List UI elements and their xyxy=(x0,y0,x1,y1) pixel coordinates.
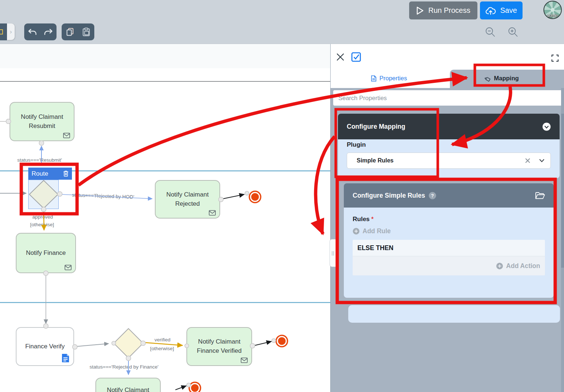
edge-label: [otherwise] xyxy=(30,222,54,227)
add-action-button[interactable]: Add Action xyxy=(496,262,540,270)
rules-table: ELSE THEN Add Action xyxy=(353,240,545,275)
node-label: Notify Claimant Resubmit xyxy=(14,113,70,131)
required-asterisk: * xyxy=(371,216,374,222)
copy-icon[interactable] xyxy=(66,28,74,36)
grip-icon: || xyxy=(331,250,334,256)
edge-label: status==='Rejected by HOD' xyxy=(72,192,134,200)
close-icon[interactable] xyxy=(336,53,345,61)
end-event[interactable] xyxy=(250,191,261,203)
task-node-notify-claimant-resubmit[interactable]: Notify Claimant Resubmit xyxy=(10,102,74,141)
else-then-row[interactable]: ELSE THEN xyxy=(353,240,545,256)
folder-open-icon[interactable] xyxy=(535,192,545,199)
zoom-out-icon[interactable] xyxy=(484,26,496,38)
undo-icon[interactable] xyxy=(28,28,37,36)
node-label: Notify Claimant xyxy=(107,386,149,392)
mail-icon xyxy=(209,210,216,216)
clear-icon[interactable] xyxy=(525,158,530,163)
task-node-finance-verify[interactable]: Finance Verify xyxy=(16,327,74,366)
configure-mapping-body: Plugin Simple Rules xyxy=(338,139,560,178)
edge-label: status==='Rejected by Finance' xyxy=(90,364,159,370)
task-node-notify-claimant-rejected[interactable]: Notify Claimant Rejected xyxy=(155,180,220,219)
run-process-label: Run Process xyxy=(428,6,470,15)
configure-mapping-header[interactable]: Configure Mapping xyxy=(338,114,560,139)
trash-icon[interactable] xyxy=(63,171,69,177)
palette-expand-button[interactable]: › xyxy=(7,23,15,40)
undo-redo-group xyxy=(24,23,57,40)
tab-mapping-label: Mapping xyxy=(494,75,519,82)
svg-text:?: ? xyxy=(431,193,434,198)
plugin-select-value: Simple Rules xyxy=(357,157,525,164)
paste-icon[interactable] xyxy=(82,28,90,36)
zoom-in-icon[interactable] xyxy=(507,26,519,38)
edge-label: approved xyxy=(32,214,53,220)
add-rule-button[interactable]: Add Rule xyxy=(353,227,545,235)
else-then-label: ELSE THEN xyxy=(357,244,393,252)
tag-icon xyxy=(484,75,491,82)
gateway-diamond-finance[interactable] xyxy=(114,329,143,358)
configure-simple-rules-title: Configure Simple Rules xyxy=(353,192,425,199)
panel-header-icons xyxy=(331,44,564,70)
palette-shape-icon xyxy=(0,29,3,34)
chevron-right-icon: › xyxy=(10,28,12,36)
end-event[interactable] xyxy=(276,336,288,347)
configure-simple-rules-body: Rules * Add Rule ELSE THEN xyxy=(344,208,554,298)
workflow-designer-app: Run Process Save admin › xyxy=(0,0,564,392)
cloud-upload-icon xyxy=(485,7,496,15)
next-section-strip xyxy=(348,305,560,323)
document-icon xyxy=(371,75,376,82)
add-action-label: Add Action xyxy=(506,262,540,270)
tab-properties-label: Properties xyxy=(379,75,407,82)
node-label: Finance Verify xyxy=(25,342,65,351)
edge-label: status==='Resubmit' xyxy=(17,157,62,163)
clipboard-group xyxy=(62,23,94,40)
plugin-label: Plugin xyxy=(347,141,366,149)
palette-toggle[interactable] xyxy=(0,23,7,40)
node-label: Notify Claimant Finance Verified xyxy=(191,337,248,355)
fullscreen-icon[interactable] xyxy=(551,54,559,62)
play-icon xyxy=(416,6,424,15)
route-node-header[interactable]: Route xyxy=(28,168,72,180)
plugin-select[interactable]: Simple Rules xyxy=(347,153,551,169)
help-icon[interactable]: ? xyxy=(429,192,436,199)
configure-simple-rules-header[interactable]: Configure Simple Rules ? xyxy=(344,183,554,208)
route-label: Route xyxy=(32,170,48,177)
save-button[interactable]: Save xyxy=(480,1,523,19)
form-icon xyxy=(61,353,70,363)
configure-mapping-title: Configure Mapping xyxy=(347,123,405,131)
configure-simple-rules-card: Configure Simple Rules ? Rules * xyxy=(344,183,554,298)
rules-field-label: Rules * xyxy=(353,216,545,223)
add-rule-label: Add Rule xyxy=(363,227,391,235)
node-label: Notify Finance xyxy=(26,249,66,258)
task-node-notify-claimant-finance-verified[interactable]: Notify Claimant Finance Verified xyxy=(186,327,252,366)
tab-properties[interactable]: Properties xyxy=(371,75,407,82)
end-event[interactable] xyxy=(189,382,201,392)
task-node-notify-finance[interactable]: Notify Finance xyxy=(16,233,76,273)
mail-icon xyxy=(63,133,70,138)
plus-circle-icon xyxy=(353,228,360,235)
search-input[interactable] xyxy=(333,90,563,106)
mail-icon xyxy=(241,358,248,363)
mail-icon xyxy=(65,265,72,270)
task-node-notify-claimant[interactable]: Notify Claimant xyxy=(95,378,161,392)
panel-resize-handle[interactable]: || xyxy=(330,239,336,267)
plus-circle-icon xyxy=(496,263,503,270)
rules-label: Rules xyxy=(353,216,370,223)
edge-label: [otherwise] xyxy=(150,346,174,351)
configure-mapping-card: Configure Mapping Plugin Simple Rules xyxy=(338,114,560,178)
collapse-chevron-icon[interactable] xyxy=(542,122,551,131)
run-process-button[interactable]: Run Process xyxy=(409,1,477,19)
multi-select-checkbox-icon[interactable] xyxy=(351,52,361,62)
tab-mapping[interactable]: Mapping xyxy=(484,75,519,82)
save-label: Save xyxy=(500,6,517,15)
node-label: Notify Claimant Rejected xyxy=(159,190,216,208)
chevron-down-icon[interactable] xyxy=(539,159,545,162)
avatar[interactable]: admin xyxy=(543,1,562,19)
actions-row: Add Action xyxy=(353,256,545,275)
panel-scrollbar-thumb[interactable] xyxy=(561,114,564,268)
redo-icon[interactable] xyxy=(44,28,53,36)
properties-panel: Properties Mapping Configure Mapping Plu… xyxy=(330,44,564,392)
edge-label: verified xyxy=(154,337,171,342)
